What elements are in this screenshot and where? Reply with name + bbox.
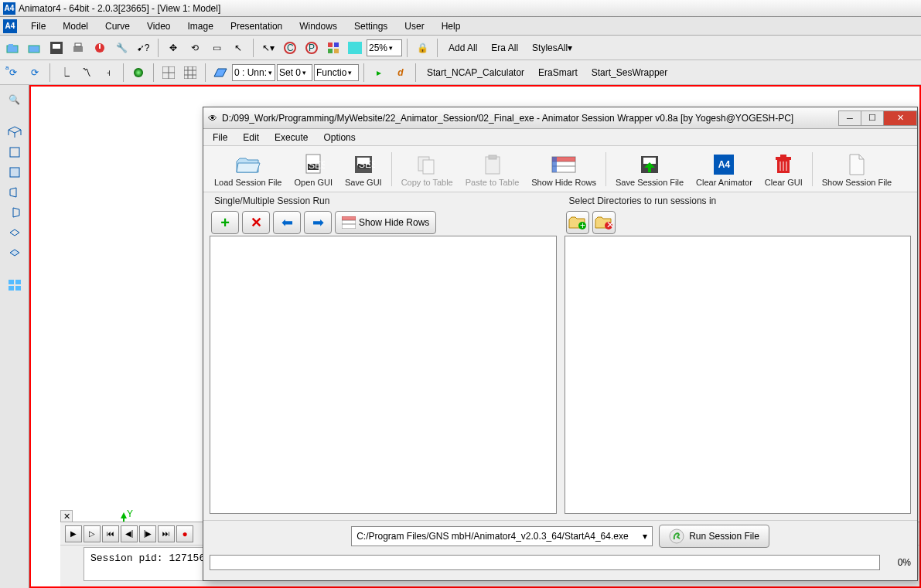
- chart-bar-icon[interactable]: ⫞: [98, 63, 118, 83]
- model-combo[interactable]: 0 : Unn:▾: [232, 64, 275, 81]
- power-icon[interactable]: [90, 38, 110, 58]
- globe-p-icon[interactable]: P: [302, 38, 322, 58]
- run-session-button[interactable]: Run Session File: [659, 525, 769, 548]
- directory-list[interactable]: [565, 236, 912, 514]
- svg-marker-28: [9, 127, 21, 133]
- menu-help[interactable]: Help: [434, 19, 469, 34]
- close-button[interactable]: ✕: [883, 110, 917, 126]
- menu-image[interactable]: Image: [180, 19, 221, 34]
- show-hide-rows-button[interactable]: Show Hide Rows: [525, 150, 602, 189]
- paste-to-table-button[interactable]: Paste to Table: [459, 150, 526, 189]
- chart-curves-icon[interactable]: 〽: [77, 63, 97, 83]
- show-hide-rows-panel-button[interactable]: Show Hide Rows: [335, 211, 436, 234]
- open-icon[interactable]: [3, 38, 23, 58]
- function-combo[interactable]: Functio▾: [314, 64, 359, 81]
- view-front-icon[interactable]: [5, 144, 25, 161]
- exe-path-combo[interactable]: C:/Program Files/GNS mbH/Animator4_v2.0.…: [351, 526, 653, 546]
- select-icon[interactable]: ▭: [206, 38, 227, 58]
- d-italic-icon[interactable]: d: [391, 63, 411, 83]
- menu-presentation[interactable]: Presentation: [223, 19, 290, 34]
- zoom-combo[interactable]: 25%▾: [367, 39, 402, 56]
- grid-single-icon[interactable]: [159, 63, 179, 83]
- open2-icon[interactable]: [25, 38, 45, 58]
- dialog-menu-file[interactable]: File: [206, 131, 234, 144]
- menu-file[interactable]: File: [23, 19, 53, 34]
- rotate-icon[interactable]: ⟲: [185, 38, 205, 58]
- styles-all-button[interactable]: StylesAll▾: [526, 40, 578, 56]
- era-all-button[interactable]: Era All: [485, 40, 524, 56]
- view-back-icon[interactable]: [5, 164, 25, 181]
- view-right-icon[interactable]: [5, 204, 25, 221]
- add-all-button[interactable]: Add All: [442, 40, 483, 56]
- minimize-button[interactable]: ─: [838, 110, 861, 126]
- prev-button[interactable]: ⬅: [273, 211, 301, 234]
- wrench-icon[interactable]: 🔧: [111, 38, 131, 58]
- record-button[interactable]: ●: [176, 525, 193, 542]
- first-frame-button[interactable]: ⏮: [102, 525, 119, 542]
- play-button[interactable]: ▶: [65, 525, 82, 542]
- macro-ncap-button[interactable]: Start_NCAP_Calculator: [421, 65, 530, 80]
- clear-gui-button[interactable]: Clear GUI: [759, 150, 809, 189]
- menu-settings[interactable]: Settings: [346, 19, 395, 34]
- menu-video[interactable]: Video: [139, 19, 178, 34]
- layout-dropdown-icon[interactable]: [323, 38, 343, 58]
- view-bottom-icon[interactable]: [5, 244, 25, 261]
- globe-c-icon[interactable]: C: [280, 38, 300, 58]
- view-iso-icon[interactable]: [5, 124, 25, 141]
- copy-to-table-button[interactable]: Copy to Table: [395, 150, 459, 189]
- last-frame-button[interactable]: ⏭: [158, 525, 175, 542]
- session-list[interactable]: [210, 236, 557, 514]
- next-frame-button[interactable]: |▶: [139, 525, 156, 542]
- play-range-button[interactable]: ▷: [84, 525, 101, 542]
- view-top-icon[interactable]: [5, 224, 25, 241]
- save-session-button[interactable]: Save Session File: [609, 150, 690, 189]
- chart-axis-icon[interactable]: ⎿: [55, 63, 75, 83]
- pointer-icon[interactable]: ↖: [228, 38, 248, 58]
- remove-row-button[interactable]: ✕: [242, 211, 270, 234]
- add-directory-button[interactable]: +: [566, 211, 589, 234]
- macro-erasmart-button[interactable]: EraSmart: [532, 65, 584, 80]
- refresh-a-icon[interactable]: ⟳a: [3, 63, 23, 83]
- save-gui-button[interactable]: SES Save GUI: [339, 150, 388, 189]
- color-dropdown-icon[interactable]: [345, 38, 365, 58]
- help-pointer-icon[interactable]: ➹?: [133, 38, 153, 58]
- load-session-button[interactable]: Load Session File: [208, 150, 288, 189]
- svg-rect-71: [648, 167, 651, 172]
- maximize-button[interactable]: ☐: [861, 110, 884, 126]
- menu-user[interactable]: User: [397, 19, 432, 34]
- menu-curve[interactable]: Curve: [97, 19, 138, 34]
- refresh-icon[interactable]: ⟳: [25, 63, 45, 83]
- sphere-icon[interactable]: [128, 63, 148, 83]
- clear-animator-button[interactable]: A4 Clear Animator: [690, 150, 759, 189]
- show-session-button[interactable]: Show Session File: [816, 150, 899, 189]
- view-grid-icon[interactable]: [5, 277, 25, 294]
- expand-icon[interactable]: ▸: [369, 63, 389, 83]
- save-icon[interactable]: [46, 38, 67, 58]
- svg-rect-5: [73, 46, 83, 52]
- view-left-icon[interactable]: [5, 184, 25, 201]
- dialog-menu-options[interactable]: Options: [317, 131, 361, 144]
- move-icon[interactable]: ✥: [163, 38, 183, 58]
- dialog-menu-execute[interactable]: Execute: [268, 131, 314, 144]
- zoom-fit-icon[interactable]: 🔍: [5, 91, 25, 108]
- next-button[interactable]: ➡: [304, 211, 332, 234]
- plane-icon[interactable]: [210, 63, 230, 83]
- set-combo[interactable]: Set 0▾: [277, 64, 312, 81]
- prev-frame-button[interactable]: ◀|: [121, 525, 138, 542]
- dialog-titlebar[interactable]: 👁 D:/099_Work/Programming/MyWebsite/22_A…: [203, 107, 917, 129]
- dialog-menu-edit[interactable]: Edit: [237, 131, 265, 144]
- svg-rect-38: [9, 280, 14, 284]
- open-gui-button[interactable]: SES Open GUI: [288, 150, 339, 189]
- grid-multi-icon[interactable]: [180, 63, 200, 83]
- menu-windows[interactable]: Windows: [292, 19, 345, 34]
- cursor-dropdown-icon[interactable]: ↖▾: [258, 38, 278, 58]
- menu-model[interactable]: Model: [55, 19, 96, 34]
- print-icon[interactable]: [68, 38, 88, 58]
- svg-marker-37: [10, 250, 19, 256]
- lock-icon[interactable]: 🔒: [412, 38, 432, 58]
- svg-rect-14: [334, 42, 339, 47]
- remove-directory-button[interactable]: ✕: [592, 211, 616, 234]
- close-bottom-panel-button[interactable]: ✕: [60, 510, 73, 522]
- add-row-button[interactable]: +: [211, 211, 239, 234]
- macro-seswrapper-button[interactable]: Start_SesWrapper: [585, 65, 674, 80]
